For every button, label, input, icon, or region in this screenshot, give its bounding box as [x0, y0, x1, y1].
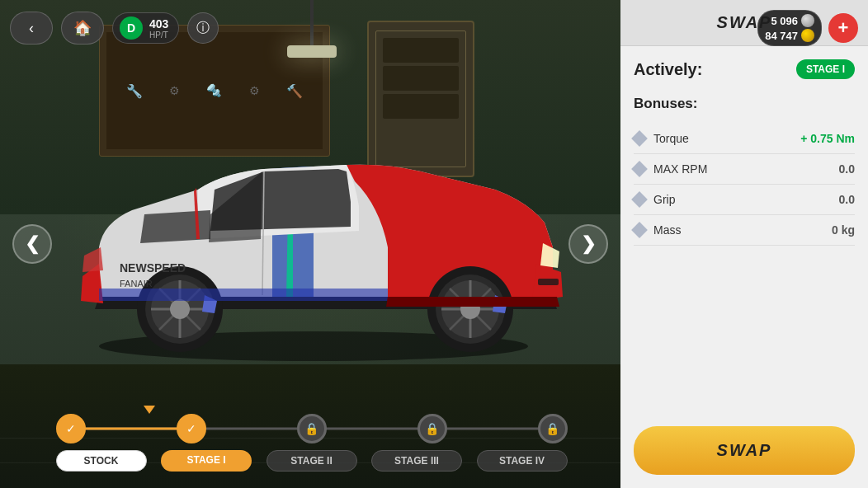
- rpm-value: 0.0: [839, 162, 855, 176]
- gold-row: 84 747: [765, 29, 814, 42]
- svg-point-18: [170, 299, 190, 319]
- grade-letter: D: [120, 16, 143, 40]
- svg-rect-2: [538, 279, 559, 285]
- garage-button[interactable]: 🏠: [61, 12, 104, 45]
- torque-value: + 0.75 Nm: [800, 132, 855, 145]
- grip-value: 0.0: [839, 193, 855, 206]
- stage-indicator: [144, 406, 155, 414]
- stage-selector: ✓ ✓ 🔒 🔒 🔒 STOCK STAGE I STAGE II STAGE I…: [0, 406, 623, 488]
- active-stage-badge: STAGE I: [796, 59, 855, 79]
- stage-label-stage4[interactable]: STAGE IV: [477, 450, 568, 472]
- prev-arrow[interactable]: ❮: [12, 224, 52, 264]
- gold-amount: 84 747: [765, 30, 798, 42]
- rpm-icon: [631, 161, 648, 177]
- hp-label: HP/T: [149, 30, 168, 40]
- stage-node-stage2[interactable]: 🔒: [297, 414, 327, 443]
- stage-label-stock[interactable]: STOCK: [56, 450, 147, 472]
- svg-text:NEWSPEED: NEWSPEED: [120, 261, 186, 274]
- stage-node-stage3[interactable]: 🔒: [417, 414, 447, 443]
- info-button[interactable]: ⓘ: [187, 12, 219, 44]
- torque-label: Torque: [653, 132, 792, 145]
- currency-container: 5 096 84 747: [757, 10, 822, 46]
- stage-label-stage3[interactable]: STAGE III: [371, 450, 462, 472]
- panel-body: Actively: STAGE I Bonuses: Torque + 0.75…: [620, 46, 868, 416]
- grip-icon: [631, 191, 648, 208]
- back-icon: ‹: [29, 20, 34, 37]
- grade-display: D 403 HP/T: [112, 12, 179, 44]
- add-currency-button[interactable]: +: [828, 13, 858, 43]
- bonus-rpm: MAX RPM 0.0: [634, 154, 855, 185]
- garage-icon: 🏠: [73, 19, 92, 37]
- stage-node-stage4[interactable]: 🔒: [538, 414, 568, 443]
- add-icon: +: [838, 17, 849, 39]
- silver-amount: 5 096: [771, 15, 798, 27]
- back-button[interactable]: ‹: [10, 12, 53, 45]
- bonuses-title: Bonuses:: [634, 96, 855, 112]
- car-display: NEWSPEED FANAIR: [33, 82, 611, 396]
- swap-button[interactable]: SWAP: [634, 426, 855, 475]
- stage-labels: STOCK STAGE I STAGE II STAGE III STAGE I…: [56, 450, 568, 472]
- rpm-label: MAX RPM: [653, 162, 831, 176]
- gold-coin-icon: [801, 29, 814, 42]
- actively-row: Actively: STAGE I: [634, 59, 855, 79]
- actively-label: Actively:: [634, 60, 702, 79]
- info-icon: ⓘ: [196, 20, 210, 37]
- mass-label: Mass: [653, 223, 823, 237]
- stage-node-stage1[interactable]: ✓: [177, 414, 206, 443]
- stage-node-stock[interactable]: ✓: [56, 414, 86, 443]
- torque-icon: [631, 130, 648, 147]
- hp-value: 403: [149, 17, 168, 30]
- top-right-area: 5 096 84 747 +: [757, 10, 858, 46]
- silver-row: 5 096: [771, 14, 814, 27]
- bonus-mass: Mass 0 kg: [634, 215, 855, 246]
- right-panel: SWAP Actively: STAGE I Bonuses: Torque +…: [620, 0, 868, 488]
- stage-track: ✓ ✓ 🔒 🔒 🔒: [56, 414, 568, 443]
- svg-text:FANAIR: FANAIR: [120, 279, 153, 289]
- mass-icon: [631, 222, 648, 238]
- stage-nodes: ✓ ✓ 🔒 🔒 🔒: [56, 414, 568, 443]
- silver-coin-icon: [801, 14, 814, 27]
- grip-label: Grip: [653, 193, 831, 206]
- next-arrow[interactable]: ❯: [568, 224, 608, 264]
- top-bar: ‹ 🏠 D 403 HP/T ⓘ 5 096 84 747: [10, 10, 858, 46]
- grade-stats: 403 HP/T: [149, 17, 168, 40]
- currency-display: 5 096 84 747: [765, 14, 814, 42]
- bonus-torque: Torque + 0.75 Nm: [634, 124, 855, 154]
- bonus-grip: Grip 0.0: [634, 185, 855, 215]
- mass-value: 0 kg: [832, 223, 855, 237]
- stage-label-stage2[interactable]: STAGE II: [267, 450, 357, 472]
- stage-label-stage1[interactable]: STAGE I: [161, 450, 252, 472]
